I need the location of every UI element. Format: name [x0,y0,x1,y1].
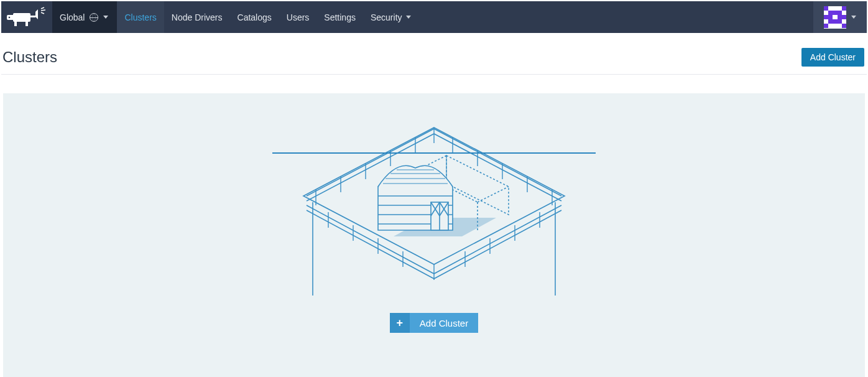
empty-add-cluster-button[interactable]: + Add Cluster [390,313,478,333]
page-title: Clusters [2,49,57,66]
nav-security-label: Security [371,12,402,22]
nav-settings[interactable]: Settings [316,1,363,33]
page-header: Clusters Add Cluster [1,34,867,75]
empty-add-cluster-label: Add Cluster [410,313,478,333]
brand-logo[interactable] [1,1,52,33]
avatar-icon [824,6,846,29]
nav-catalogs-label: Catalogs [238,12,272,22]
scope-label: Global [60,12,85,22]
globe-icon [90,13,98,22]
nav-users-label: Users [287,12,310,22]
user-menu[interactable] [813,1,867,33]
add-cluster-button[interactable]: Add Cluster [801,48,864,67]
svg-rect-3 [7,15,14,20]
nav-node-drivers-label: Node Drivers [172,12,223,22]
nav-clusters-label: Clusters [124,12,156,22]
svg-rect-0 [13,13,30,22]
svg-rect-1 [14,22,17,26]
nav-catalogs[interactable]: Catalogs [230,1,279,33]
cow-logo-icon [7,7,47,28]
nav-users[interactable]: Users [279,1,317,33]
main-nav: Clusters Node Drivers Catalogs Users Set… [117,1,418,33]
scope-dropdown[interactable]: Global [52,1,117,33]
top-nav-bar: Global Clusters Node Drivers Catalogs Us… [1,1,867,33]
nav-node-drivers[interactable]: Node Drivers [164,1,230,33]
empty-illustration [272,121,596,296]
svg-point-4 [9,16,11,18]
empty-state: + Add Cluster [3,93,865,377]
nav-clusters[interactable]: Clusters [117,1,164,33]
plus-icon: + [390,313,410,333]
nav-security[interactable]: Security [363,1,418,33]
chevron-down-icon [851,16,856,19]
nav-settings-label: Settings [324,12,356,22]
chevron-down-icon [406,16,411,19]
svg-rect-5 [30,16,35,17]
svg-rect-2 [25,22,28,26]
chevron-down-icon [103,16,108,19]
